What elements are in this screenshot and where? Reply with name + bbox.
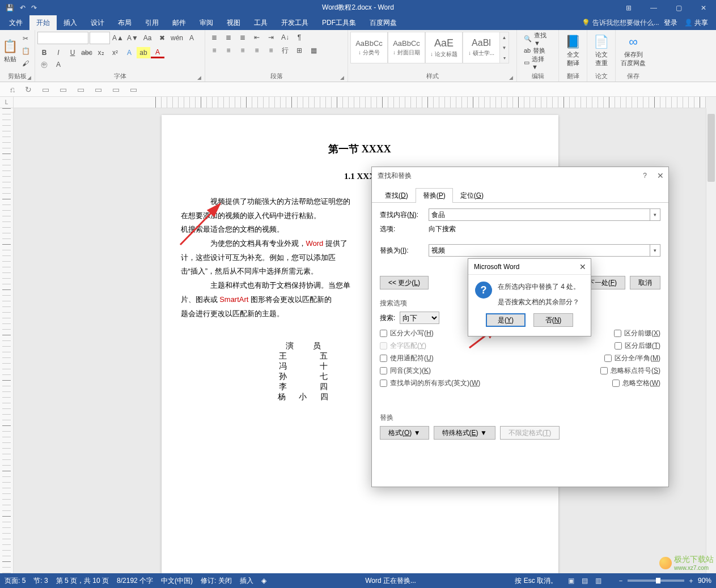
font-launcher-icon[interactable]: ◢ bbox=[197, 75, 201, 80]
char-shading-button[interactable]: A bbox=[52, 59, 65, 70]
show-marks-button[interactable]: ¶ bbox=[293, 32, 306, 43]
zoom-out-icon[interactable]: － bbox=[617, 576, 624, 586]
shading-button[interactable]: ⊞ bbox=[293, 45, 306, 56]
paragraph-launcher-icon[interactable]: ◢ bbox=[340, 75, 344, 80]
scrollbar-thumb[interactable] bbox=[707, 114, 715, 182]
status-page[interactable]: 页面: 5 bbox=[5, 576, 26, 586]
minimize-icon[interactable]: — bbox=[641, 0, 666, 15]
numbering-button[interactable]: ≣ bbox=[222, 32, 235, 43]
qb-item-2[interactable]: ▭ bbox=[42, 85, 49, 94]
qb-item-0[interactable]: ⎌ bbox=[10, 85, 15, 94]
replace-input[interactable]: 视频▾ bbox=[429, 244, 660, 257]
style-item-0[interactable]: AaBbCc↓ 分类号 bbox=[350, 32, 388, 63]
less-options-button[interactable]: << 更少(L) bbox=[380, 276, 429, 289]
horizontal-ruler[interactable] bbox=[14, 97, 706, 108]
style-item-1[interactable]: AaBbCc↓ 封面日期 bbox=[388, 32, 425, 63]
find-button[interactable]: 🔍查找 ▼ bbox=[523, 33, 553, 44]
tab-pdf[interactable]: PDF工具集 bbox=[315, 15, 363, 30]
distributed-button[interactable]: ≡ bbox=[264, 45, 278, 56]
align-center-button[interactable]: ≡ bbox=[222, 45, 235, 56]
tab-design[interactable]: 设计 bbox=[84, 15, 111, 30]
chk-ignore-punct[interactable]: 忽略标点符号(S) bbox=[600, 366, 660, 376]
format-button[interactable]: 格式(O) ▼ bbox=[380, 426, 429, 440]
italic-button[interactable]: I bbox=[52, 47, 65, 58]
chk-suffix[interactable]: 区分后缀(T) bbox=[615, 341, 660, 351]
qb-item-7[interactable]: ▭ bbox=[130, 85, 137, 94]
translate-button[interactable]: 📘全文翻译 bbox=[561, 32, 584, 70]
paste-button[interactable]: 📋 粘贴 bbox=[2, 32, 18, 70]
status-word-count[interactable]: 8/2192 个字 bbox=[117, 576, 153, 586]
tell-me-search[interactable]: 💡 告诉我您想要做什么... bbox=[577, 15, 664, 30]
confirm-close-icon[interactable]: ✕ bbox=[579, 262, 586, 271]
view-web-icon[interactable]: ▥ bbox=[592, 576, 605, 586]
thesis-check-button[interactable]: 📄论文查重 bbox=[590, 32, 613, 70]
zoom-value[interactable]: 90% bbox=[698, 577, 711, 585]
styles-launcher-icon[interactable]: ◢ bbox=[509, 75, 513, 80]
status-insert-mode[interactable]: 插入 bbox=[240, 576, 253, 586]
tab-tools[interactable]: 工具 bbox=[247, 15, 274, 30]
tab-goto[interactable]: 定位(G) bbox=[453, 188, 491, 203]
select-button[interactable]: ▭选择 ▼ bbox=[523, 57, 553, 68]
chk-prefix[interactable]: 区分前缀(X) bbox=[614, 329, 660, 338]
undo-icon[interactable]: ↶ bbox=[20, 4, 26, 12]
dialog-titlebar[interactable]: 查找和替换 ? ✕ bbox=[372, 167, 668, 184]
enclose-char-button[interactable]: ㊥ bbox=[37, 59, 51, 70]
chk-wildcards[interactable]: 使用通配符(U) bbox=[380, 353, 520, 363]
share-button[interactable]: 👤 共享 bbox=[684, 18, 708, 28]
view-read-icon[interactable]: ▣ bbox=[565, 576, 578, 586]
bold-button[interactable]: B bbox=[37, 47, 51, 58]
char-border-button[interactable]: A bbox=[185, 32, 198, 44]
qb-item-6[interactable]: ▭ bbox=[112, 85, 120, 94]
tab-review[interactable]: 审阅 bbox=[193, 15, 220, 30]
align-right-button[interactable]: ≡ bbox=[236, 45, 249, 56]
borders-button[interactable]: ▦ bbox=[307, 45, 320, 56]
tab-developer[interactable]: 开发工具 bbox=[274, 15, 315, 30]
special-button[interactable]: 特殊格式(E) ▼ bbox=[434, 426, 495, 440]
qb-item-1[interactable]: ↻ bbox=[25, 85, 32, 94]
chk-sounds-like[interactable]: 同音(英文)(K) bbox=[380, 366, 520, 376]
maximize-icon[interactable]: ▢ bbox=[666, 0, 691, 15]
tab-file[interactable]: 文件 bbox=[2, 15, 29, 30]
font-family-select[interactable] bbox=[37, 32, 88, 44]
vertical-ruler[interactable] bbox=[0, 108, 14, 573]
copy-button[interactable]: 📋 bbox=[19, 45, 32, 57]
strike-button[interactable]: abc bbox=[80, 47, 94, 58]
style-scroll[interactable]: ▲▼▾ bbox=[500, 32, 509, 63]
justify-button[interactable]: ≡ bbox=[250, 45, 264, 56]
tab-replace[interactable]: 替换(P) bbox=[416, 188, 453, 203]
ribbon-options-icon[interactable]: ⊞ bbox=[616, 0, 641, 15]
clipboard-launcher-icon[interactable]: ◢ bbox=[27, 75, 31, 80]
view-print-icon[interactable]: ▤ bbox=[579, 576, 591, 586]
phonetic-guide-button[interactable]: wén bbox=[170, 32, 184, 44]
align-left-button[interactable]: ≡ bbox=[207, 45, 221, 56]
tab-references[interactable]: 引用 bbox=[138, 15, 166, 30]
login-link[interactable]: 登录 bbox=[664, 18, 677, 28]
qb-item-5[interactable]: ▭ bbox=[95, 85, 102, 94]
style-item-3[interactable]: AaBl↓ 硕士学... bbox=[463, 32, 500, 63]
font-color-button[interactable]: A bbox=[151, 47, 164, 58]
text-effects-button[interactable]: A bbox=[122, 47, 136, 58]
grow-font-button[interactable]: A▲ bbox=[111, 32, 125, 44]
chevron-down-icon[interactable]: ▾ bbox=[650, 209, 660, 220]
highlight-button[interactable]: ab bbox=[137, 47, 150, 58]
zoom-in-icon[interactable]: ＋ bbox=[688, 576, 694, 586]
subscript-button[interactable]: x₂ bbox=[94, 47, 108, 58]
no-button[interactable]: 否(N) bbox=[533, 313, 573, 327]
zoom-control[interactable]: － ＋ 90% bbox=[617, 576, 711, 586]
font-size-select[interactable] bbox=[90, 32, 110, 44]
status-page-of[interactable]: 第 5 页，共 10 页 bbox=[56, 576, 109, 586]
styles-gallery[interactable]: AaBbCc↓ 分类号 AaBbCc↓ 封面日期 AaE↓ 论文标题 AaBl↓… bbox=[350, 32, 509, 63]
style-item-2[interactable]: AaE↓ 论文标题 bbox=[425, 32, 463, 63]
bullets-button[interactable]: ≣ bbox=[207, 32, 221, 43]
clear-formatting-button[interactable]: ✖ bbox=[155, 32, 169, 44]
dialog-close-icon[interactable]: ✕ bbox=[657, 171, 664, 180]
status-macro[interactable]: ◈ bbox=[261, 577, 266, 585]
change-case-button[interactable]: Aa bbox=[141, 32, 154, 44]
vertical-scrollbar[interactable] bbox=[706, 108, 716, 573]
cut-button[interactable]: ✂ bbox=[19, 33, 32, 44]
status-language[interactable]: 中文(中国) bbox=[161, 576, 193, 586]
tab-find[interactable]: 查找(D) bbox=[378, 188, 416, 203]
tab-mailings[interactable]: 邮件 bbox=[166, 15, 193, 30]
status-section[interactable]: 节: 3 bbox=[33, 576, 48, 586]
chk-word-forms[interactable]: 查找单词的所有形式(英文)(W) bbox=[380, 378, 520, 388]
